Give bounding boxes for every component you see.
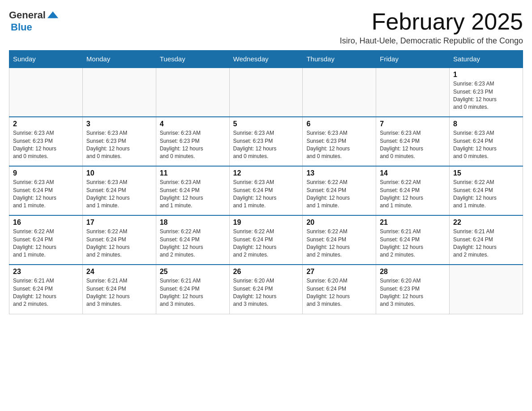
day-info: Sunrise: 6:23 AM Sunset: 6:24 PM Dayligh… (380, 129, 446, 161)
calendar-cell (9, 68, 83, 117)
logo: General Blue (9, 9, 59, 33)
day-info: Sunrise: 6:21 AM Sunset: 6:24 PM Dayligh… (13, 277, 79, 308)
day-number: 25 (160, 268, 226, 276)
day-number: 22 (453, 218, 519, 227)
calendar-cell: 19Sunrise: 6:22 AM Sunset: 6:24 PM Dayli… (229, 215, 303, 265)
day-info: Sunrise: 6:21 AM Sunset: 6:24 PM Dayligh… (380, 228, 446, 259)
calendar-cell: 27Sunrise: 6:20 AM Sunset: 6:24 PM Dayli… (303, 265, 376, 314)
day-info: Sunrise: 6:23 AM Sunset: 6:23 PM Dayligh… (86, 129, 152, 161)
day-info: Sunrise: 6:22 AM Sunset: 6:24 PM Dayligh… (306, 228, 372, 259)
day-number: 13 (306, 169, 372, 177)
day-info: Sunrise: 6:23 AM Sunset: 6:23 PM Dayligh… (160, 129, 226, 161)
calendar-cell (156, 68, 229, 117)
calendar-cell: 7Sunrise: 6:23 AM Sunset: 6:24 PM Daylig… (376, 117, 450, 166)
header-area: General Blue February 2025 Isiro, Haut-U… (9, 9, 523, 46)
day-number: 7 (380, 120, 446, 128)
calendar-cell: 26Sunrise: 6:20 AM Sunset: 6:24 PM Dayli… (229, 265, 303, 314)
week-row-0: 1Sunrise: 6:23 AM Sunset: 6:23 PM Daylig… (9, 68, 523, 117)
calendar-cell: 16Sunrise: 6:22 AM Sunset: 6:24 PM Dayli… (9, 215, 83, 265)
calendar-cell: 9Sunrise: 6:23 AM Sunset: 6:24 PM Daylig… (9, 166, 83, 215)
week-row-2: 9Sunrise: 6:23 AM Sunset: 6:24 PM Daylig… (9, 166, 523, 215)
calendar-cell: 8Sunrise: 6:23 AM Sunset: 6:24 PM Daylig… (450, 117, 523, 166)
day-info: Sunrise: 6:22 AM Sunset: 6:24 PM Dayligh… (86, 228, 152, 259)
day-info: Sunrise: 6:23 AM Sunset: 6:23 PM Dayligh… (233, 129, 299, 161)
calendar-cell: 1Sunrise: 6:23 AM Sunset: 6:23 PM Daylig… (450, 68, 523, 117)
subtitle: Isiro, Haut-Uele, Democratic Republic of… (340, 36, 523, 46)
calendar-cell: 18Sunrise: 6:22 AM Sunset: 6:24 PM Dayli… (156, 215, 229, 265)
main-title: February 2025 (340, 9, 523, 34)
header-saturday: Saturday (450, 51, 523, 68)
calendar-cell: 6Sunrise: 6:23 AM Sunset: 6:23 PM Daylig… (303, 117, 376, 166)
calendar-cell: 24Sunrise: 6:21 AM Sunset: 6:24 PM Dayli… (82, 265, 156, 314)
day-number: 20 (306, 218, 372, 227)
calendar-cell: 22Sunrise: 6:21 AM Sunset: 6:24 PM Dayli… (450, 215, 523, 265)
calendar-cell: 3Sunrise: 6:23 AM Sunset: 6:23 PM Daylig… (82, 117, 156, 166)
day-info: Sunrise: 6:23 AM Sunset: 6:24 PM Dayligh… (13, 179, 79, 210)
day-info: Sunrise: 6:22 AM Sunset: 6:24 PM Dayligh… (233, 228, 299, 259)
header-monday: Monday (82, 51, 156, 68)
day-info: Sunrise: 6:23 AM Sunset: 6:24 PM Dayligh… (160, 179, 226, 210)
header-thursday: Thursday (303, 51, 376, 68)
day-info: Sunrise: 6:21 AM Sunset: 6:24 PM Dayligh… (453, 228, 519, 259)
day-number: 21 (380, 218, 446, 227)
logo-general-text: General (9, 9, 46, 21)
day-number: 12 (233, 169, 299, 177)
calendar-cell: 20Sunrise: 6:22 AM Sunset: 6:24 PM Dayli… (303, 215, 376, 265)
day-info: Sunrise: 6:22 AM Sunset: 6:24 PM Dayligh… (380, 179, 446, 210)
calendar-cell (450, 265, 523, 314)
day-info: Sunrise: 6:23 AM Sunset: 6:23 PM Dayligh… (306, 129, 372, 161)
day-info: Sunrise: 6:22 AM Sunset: 6:24 PM Dayligh… (306, 179, 372, 210)
day-number: 28 (380, 268, 446, 276)
day-number: 6 (306, 120, 372, 128)
calendar-cell: 13Sunrise: 6:22 AM Sunset: 6:24 PM Dayli… (303, 166, 376, 215)
calendar-cell: 15Sunrise: 6:22 AM Sunset: 6:24 PM Dayli… (450, 166, 523, 215)
day-number: 15 (453, 169, 519, 177)
calendar-cell: 12Sunrise: 6:23 AM Sunset: 6:24 PM Dayli… (229, 166, 303, 215)
header-friday: Friday (376, 51, 450, 68)
calendar-cell (376, 68, 450, 117)
day-info: Sunrise: 6:21 AM Sunset: 6:24 PM Dayligh… (160, 277, 226, 308)
calendar-cell: 14Sunrise: 6:22 AM Sunset: 6:24 PM Dayli… (376, 166, 450, 215)
calendar-cell: 17Sunrise: 6:22 AM Sunset: 6:24 PM Dayli… (82, 215, 156, 265)
day-number: 26 (233, 268, 299, 276)
day-info: Sunrise: 6:20 AM Sunset: 6:23 PM Dayligh… (380, 277, 446, 308)
week-row-3: 16Sunrise: 6:22 AM Sunset: 6:24 PM Dayli… (9, 215, 523, 265)
day-info: Sunrise: 6:20 AM Sunset: 6:24 PM Dayligh… (306, 277, 372, 308)
calendar-cell (229, 68, 303, 117)
day-number: 23 (13, 268, 79, 276)
day-info: Sunrise: 6:23 AM Sunset: 6:24 PM Dayligh… (86, 179, 152, 210)
calendar-cell: 10Sunrise: 6:23 AM Sunset: 6:24 PM Dayli… (82, 166, 156, 215)
day-info: Sunrise: 6:21 AM Sunset: 6:24 PM Dayligh… (86, 277, 152, 308)
logo-icon (47, 9, 59, 21)
day-info: Sunrise: 6:23 AM Sunset: 6:23 PM Dayligh… (13, 129, 79, 161)
calendar-cell: 23Sunrise: 6:21 AM Sunset: 6:24 PM Dayli… (9, 265, 83, 314)
calendar-table: SundayMondayTuesdayWednesdayThursdayFrid… (9, 50, 523, 314)
header-tuesday: Tuesday (156, 51, 229, 68)
day-number: 27 (306, 268, 372, 276)
week-row-1: 2Sunrise: 6:23 AM Sunset: 6:23 PM Daylig… (9, 117, 523, 166)
day-info: Sunrise: 6:22 AM Sunset: 6:24 PM Dayligh… (13, 228, 79, 259)
day-number: 18 (160, 218, 226, 227)
calendar-cell: 11Sunrise: 6:23 AM Sunset: 6:24 PM Dayli… (156, 166, 229, 215)
day-number: 17 (86, 218, 152, 227)
day-number: 14 (380, 169, 446, 177)
logo-blue-text: Blue (11, 21, 32, 33)
day-info: Sunrise: 6:23 AM Sunset: 6:24 PM Dayligh… (453, 129, 519, 161)
day-info: Sunrise: 6:22 AM Sunset: 6:24 PM Dayligh… (160, 228, 226, 259)
day-info: Sunrise: 6:22 AM Sunset: 6:24 PM Dayligh… (453, 179, 519, 210)
day-info: Sunrise: 6:20 AM Sunset: 6:24 PM Dayligh… (233, 277, 299, 308)
calendar-cell: 21Sunrise: 6:21 AM Sunset: 6:24 PM Dayli… (376, 215, 450, 265)
calendar-header-row: SundayMondayTuesdayWednesdayThursdayFrid… (9, 51, 523, 68)
day-number: 5 (233, 120, 299, 128)
header-wednesday: Wednesday (229, 51, 303, 68)
day-number: 4 (160, 120, 226, 128)
calendar-cell: 25Sunrise: 6:21 AM Sunset: 6:24 PM Dayli… (156, 265, 229, 314)
day-number: 2 (13, 120, 79, 128)
day-number: 24 (86, 268, 152, 276)
day-info: Sunrise: 6:23 AM Sunset: 6:23 PM Dayligh… (453, 80, 519, 111)
day-number: 16 (13, 218, 79, 227)
title-section: February 2025 Isiro, Haut-Uele, Democrat… (340, 9, 523, 46)
day-number: 11 (160, 169, 226, 177)
calendar-cell: 5Sunrise: 6:23 AM Sunset: 6:23 PM Daylig… (229, 117, 303, 166)
day-number: 8 (453, 120, 519, 128)
